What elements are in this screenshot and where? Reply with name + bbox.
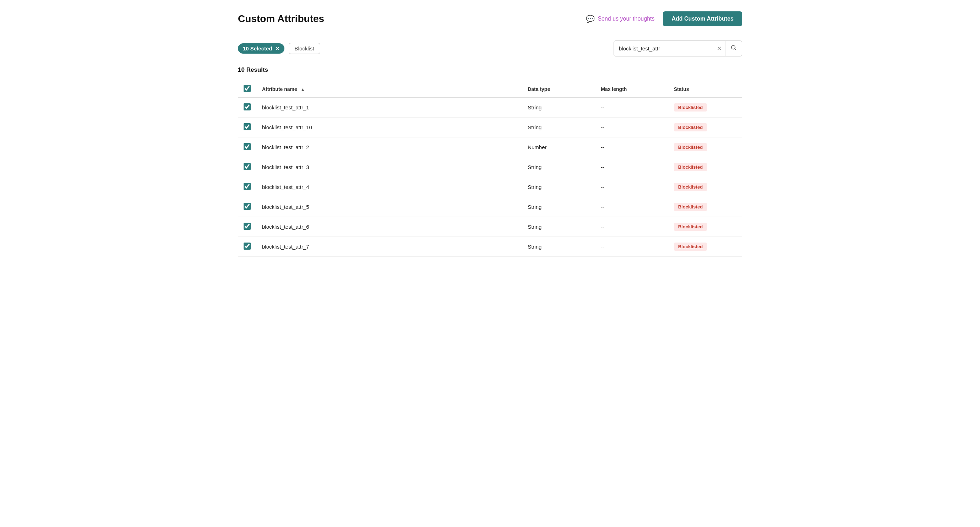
- sort-asc-icon: ▲: [301, 87, 305, 92]
- row-checkbox[interactable]: [243, 163, 251, 170]
- status-badge: Blocklisted: [674, 163, 707, 171]
- toolbar: 10 Selected ✕ Blocklist ✕: [238, 40, 742, 56]
- row-attr-name: blocklist_test_attr_1: [256, 98, 522, 118]
- row-status: Blocklisted: [668, 197, 742, 217]
- status-badge: Blocklisted: [674, 183, 707, 191]
- send-thoughts-label: Send us your thoughts: [598, 16, 654, 22]
- row-checkbox-cell: [238, 118, 256, 137]
- row-checkbox-cell: [238, 217, 256, 237]
- table-row: blocklist_test_attr_10 String -- Blockli…: [238, 118, 742, 137]
- row-data-type: String: [522, 177, 595, 197]
- row-max-length: --: [595, 217, 668, 237]
- table-header-row: Attribute name ▲ Data type Max length St…: [238, 81, 742, 98]
- status-badge: Blocklisted: [674, 143, 707, 151]
- clear-selection-icon[interactable]: ✕: [275, 46, 280, 51]
- row-max-length: --: [595, 237, 668, 257]
- search-container: ✕: [614, 40, 742, 56]
- results-count: 10 Results: [238, 67, 742, 73]
- attr-name-label: Attribute name: [262, 86, 297, 92]
- row-checkbox-cell: [238, 197, 256, 217]
- row-checkbox[interactable]: [243, 143, 251, 150]
- header-actions: 💬 Send us your thoughts Add Custom Attri…: [586, 11, 742, 26]
- row-status: Blocklisted: [668, 237, 742, 257]
- row-attr-name: blocklist_test_attr_7: [256, 237, 522, 257]
- row-max-length: --: [595, 118, 668, 137]
- col-header-data-type: Data type: [522, 81, 595, 98]
- blocklist-button[interactable]: Blocklist: [289, 43, 320, 54]
- row-max-length: --: [595, 157, 668, 177]
- col-header-attr-name[interactable]: Attribute name ▲: [256, 81, 522, 98]
- row-checkbox[interactable]: [243, 223, 251, 230]
- table-row: blocklist_test_attr_5 String -- Blocklis…: [238, 197, 742, 217]
- status-badge: Blocklisted: [674, 203, 707, 211]
- row-checkbox-cell: [238, 237, 256, 257]
- row-attr-name: blocklist_test_attr_3: [256, 157, 522, 177]
- selected-badge: 10 Selected ✕: [238, 43, 285, 54]
- selected-count-label: 10 Selected: [243, 45, 272, 51]
- toolbar-left: 10 Selected ✕ Blocklist: [238, 43, 320, 54]
- table-row: blocklist_test_attr_3 String -- Blocklis…: [238, 157, 742, 177]
- search-clear-button[interactable]: ✕: [713, 45, 725, 52]
- row-checkbox-cell: [238, 157, 256, 177]
- page-title: Custom Attributes: [238, 13, 324, 24]
- status-badge: Blocklisted: [674, 242, 707, 251]
- status-badge: Blocklisted: [674, 103, 707, 111]
- row-checkbox[interactable]: [243, 242, 251, 250]
- add-custom-attributes-button[interactable]: Add Custom Attributes: [663, 11, 742, 26]
- row-data-type: String: [522, 118, 595, 137]
- send-thoughts-button[interactable]: 💬 Send us your thoughts: [586, 14, 654, 23]
- row-data-type: String: [522, 197, 595, 217]
- row-data-type: String: [522, 157, 595, 177]
- row-attr-name: blocklist_test_attr_5: [256, 197, 522, 217]
- row-attr-name: blocklist_test_attr_10: [256, 118, 522, 137]
- search-submit-button[interactable]: [725, 41, 742, 56]
- attributes-table: Attribute name ▲ Data type Max length St…: [238, 81, 742, 257]
- row-checkbox[interactable]: [243, 103, 251, 110]
- select-all-checkbox[interactable]: [243, 85, 251, 92]
- row-checkbox[interactable]: [243, 203, 251, 210]
- svg-line-1: [735, 49, 736, 50]
- row-status: Blocklisted: [668, 98, 742, 118]
- row-max-length: --: [595, 137, 668, 157]
- page-container: Custom Attributes 💬 Send us your thought…: [224, 0, 756, 268]
- row-status: Blocklisted: [668, 177, 742, 197]
- row-attr-name: blocklist_test_attr_6: [256, 217, 522, 237]
- table-row: blocklist_test_attr_1 String -- Blocklis…: [238, 98, 742, 118]
- status-badge: Blocklisted: [674, 123, 707, 131]
- row-status: Blocklisted: [668, 157, 742, 177]
- table-row: blocklist_test_attr_2 Number -- Blocklis…: [238, 137, 742, 157]
- search-input[interactable]: [614, 42, 713, 55]
- status-badge: Blocklisted: [674, 223, 707, 231]
- row-checkbox-cell: [238, 98, 256, 118]
- row-data-type: String: [522, 217, 595, 237]
- table-row: blocklist_test_attr_4 String -- Blocklis…: [238, 177, 742, 197]
- table-row: blocklist_test_attr_7 String -- Blocklis…: [238, 237, 742, 257]
- table-row: blocklist_test_attr_6 String -- Blocklis…: [238, 217, 742, 237]
- row-checkbox[interactable]: [243, 183, 251, 190]
- row-data-type: String: [522, 237, 595, 257]
- row-data-type: Number: [522, 137, 595, 157]
- row-checkbox[interactable]: [243, 123, 251, 131]
- row-attr-name: blocklist_test_attr_2: [256, 137, 522, 157]
- row-status: Blocklisted: [668, 137, 742, 157]
- col-header-max-length: Max length: [595, 81, 668, 98]
- row-max-length: --: [595, 177, 668, 197]
- row-max-length: --: [595, 197, 668, 217]
- chat-icon: 💬: [586, 14, 595, 23]
- page-header: Custom Attributes 💬 Send us your thought…: [238, 11, 742, 26]
- row-status: Blocklisted: [668, 217, 742, 237]
- row-status: Blocklisted: [668, 118, 742, 137]
- row-checkbox-cell: [238, 177, 256, 197]
- select-all-checkbox-cell: [238, 81, 256, 98]
- col-header-status: Status: [668, 81, 742, 98]
- row-max-length: --: [595, 98, 668, 118]
- row-checkbox-cell: [238, 137, 256, 157]
- row-data-type: String: [522, 98, 595, 118]
- row-attr-name: blocklist_test_attr_4: [256, 177, 522, 197]
- search-icon: [730, 45, 737, 52]
